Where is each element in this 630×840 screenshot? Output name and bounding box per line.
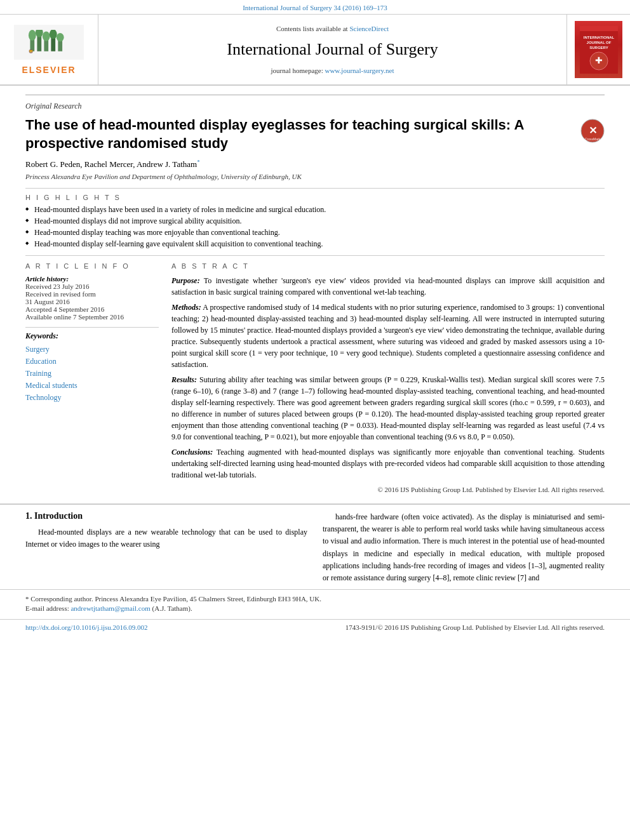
received-date: Received 23 July 2016 [25, 283, 159, 290]
keyword-training: Training [25, 368, 159, 380]
svg-text:INTERNATIONAL: INTERNATIONAL [583, 36, 614, 39]
svg-text:✕: ✕ [589, 125, 597, 136]
highlight-item-4: Head-mounted display self-learning gave … [25, 239, 605, 249]
highlight-item-2: Head-mounted displays did not improve su… [25, 217, 605, 226]
article-title: The use of head-mounted display eyeglass… [25, 116, 546, 152]
results-label: Results: [171, 375, 197, 384]
authors-text: Robert G. Peden, Rachel Mercer, Andrew J… [25, 160, 197, 170]
article-info-abstract-area: A R T I C L E I N F O Article history: R… [25, 255, 605, 495]
intro-col-right: hands-free hardware (often voice activat… [323, 511, 605, 589]
sciencedirect-link[interactable]: ScienceDirect [349, 25, 389, 32]
intro-col-left: 1. Introduction Head-mounted displays ar… [25, 511, 307, 589]
elsevier-logo: 🦁 ELSEVIER [0, 15, 98, 84]
surgery-logo-box: INTERNATIONAL JOURNAL OF SURGERY ✚ [575, 21, 622, 78]
article-info-col: A R T I C L E I N F O Article history: R… [25, 262, 159, 495]
sciencedirect-line: Contents lists available at ScienceDirec… [276, 25, 389, 32]
crossmark-icon: ✕ CrossMark [580, 119, 605, 143]
intro-para1: Head-mounted displays are a new wearable… [25, 526, 307, 550]
keyword-education: Education [25, 356, 159, 368]
article-type: Original Research [25, 95, 605, 111]
highlights-list: Head-mounted displays have been used in … [25, 205, 605, 249]
intro-para2-text: hands-free hardware (often voice activat… [323, 512, 605, 582]
elsevier-brand: ELSEVIER [22, 65, 76, 75]
intro-para1-text: Head-mounted displays are a new wearable… [25, 528, 307, 549]
issn-text: 1743-9191/© 2016 IJS Publishing Group Lt… [345, 623, 605, 631]
conclusions-label: Conclusions: [171, 448, 213, 457]
surgery-logo: INTERNATIONAL JOURNAL OF SURGERY ✚ [566, 15, 630, 84]
svg-point-8 [50, 30, 57, 39]
email-link[interactable]: andrewtjtatham@gmail.com [70, 604, 150, 612]
header-center: Contents lists available at ScienceDirec… [98, 15, 566, 84]
footnote-email: E-mail address: andrewtjtatham@gmail.com… [25, 604, 605, 612]
abstract-purpose: Purpose: To investigate whether 'surgeon… [171, 275, 605, 298]
journal-ref-text: International Journal of Surgery 34 (201… [243, 4, 387, 11]
page-wrapper: International Journal of Surgery 34 (201… [0, 0, 630, 635]
available-online: Available online 7 September 2016 [25, 313, 159, 321]
affiliation: Princess Alexandra Eye Pavilion and Depa… [25, 173, 605, 180]
authors: Robert G. Peden, Rachel Mercer, Andrew J… [25, 159, 605, 170]
highlights-label: H I G H L I G H T S [25, 188, 605, 201]
intro-text-left: Head-mounted displays are a new wearable… [25, 526, 307, 550]
title-crossmark-area: The use of head-mounted display eyeglass… [25, 116, 605, 159]
bottom-bar: http://dx.doi.org/10.1016/j.ijsu.2016.09… [0, 619, 630, 635]
svg-text:JOURNAL OF: JOURNAL OF [586, 41, 611, 44]
intro-para2: hands-free hardware (often voice activat… [323, 511, 605, 584]
asterisk-sup: * [197, 159, 200, 165]
conclusions-text: Teaching augmented with head-mounted dis… [171, 448, 605, 479]
received-revised-label: Received in revised form [25, 290, 159, 298]
article-content: Original Research The use of head-mounte… [0, 86, 630, 503]
methods-label: Methods: [171, 303, 201, 312]
svg-point-9 [57, 33, 64, 42]
body-section: 1. Introduction Head-mounted displays ar… [0, 503, 630, 589]
methods-text: A prospective randomised study of 14 med… [171, 303, 605, 369]
article-history: Article history: Received 23 July 2016 R… [25, 275, 159, 321]
svg-point-7 [43, 32, 50, 41]
keywords-label: Keywords: [25, 331, 159, 341]
elsevier-tree-svg: 🦁 [23, 30, 74, 54]
results-text: Suturing ability after teaching was simi… [171, 375, 605, 441]
email-name: (A.J. Tatham). [152, 604, 192, 612]
intro-heading: 1. Introduction [25, 511, 307, 521]
elsevier-logo-image: 🦁 [14, 25, 84, 60]
purpose-label: Purpose: [171, 276, 200, 285]
footnote-corresponding: * Corresponding author. Princess Alexand… [25, 595, 605, 603]
purpose-text: To investigate whether 'surgeon's eye vi… [171, 276, 605, 297]
doi-link[interactable]: http://dx.doi.org/10.1016/j.ijsu.2016.09… [25, 623, 148, 631]
footnote-area: * Corresponding author. Princess Alexand… [0, 589, 630, 619]
revised-date: 31 August 2016 [25, 298, 159, 305]
keyword-surgery: Surgery [25, 343, 159, 356]
abstract-label: A B S T R A C T [171, 262, 605, 270]
abstract-conclusions: Conclusions: Teaching augmented with hea… [171, 446, 605, 481]
contents-available-text: Contents lists available at [276, 25, 348, 32]
abstract-results: Results: Suturing ability after teaching… [171, 374, 605, 443]
highlight-item-1: Head-mounted displays have been used in … [25, 205, 605, 215]
journal-ref-bar: International Journal of Surgery 34 (201… [0, 0, 630, 15]
email-label: E-mail address: [25, 604, 69, 612]
svg-point-5 [29, 30, 36, 41]
intro-text-right: hands-free hardware (often voice activat… [323, 511, 605, 584]
svg-rect-12 [580, 26, 618, 31]
highlight-item-3: Head-mounted display teaching was more e… [25, 228, 605, 237]
keyword-medical-students: Medical students [25, 380, 159, 392]
keywords-section: Keywords: Surgery Education Training Med… [25, 327, 159, 404]
svg-text:CrossMark: CrossMark [585, 137, 601, 141]
abstract-col: A B S T R A C T Purpose: To investigate … [171, 262, 605, 495]
journal-homepage-line: journal homepage: www.journal-surgery.ne… [271, 67, 394, 74]
svg-text:🦁: 🦁 [29, 49, 34, 54]
surgery-cover-svg: INTERNATIONAL JOURNAL OF SURGERY ✚ [580, 26, 618, 74]
body-two-col: 1. Introduction Head-mounted displays ar… [25, 511, 605, 589]
svg-text:✚: ✚ [595, 55, 603, 65]
copyright-line: © 2016 IJS Publishing Group Ltd. Publish… [171, 484, 605, 495]
history-label: Article history: [25, 275, 69, 283]
accepted-date: Accepted 4 September 2016 [25, 305, 159, 313]
crossmark-container: ✕ CrossMark [574, 116, 605, 145]
header-section: 🦁 ELSEVIER Contents lists available at S… [0, 15, 630, 86]
svg-point-6 [36, 30, 43, 37]
abstract-methods: Methods: A prospective randomised study … [171, 302, 605, 370]
journal-title-main: International Journal of Surgery [227, 40, 438, 59]
abstract-text: Purpose: To investigate whether 'surgeon… [171, 275, 605, 495]
article-info-label: A R T I C L E I N F O [25, 262, 159, 270]
journal-homepage-link[interactable]: www.journal-surgery.net [325, 67, 394, 74]
homepage-label: journal homepage: [271, 67, 323, 74]
keyword-technology: Technology [25, 392, 159, 404]
